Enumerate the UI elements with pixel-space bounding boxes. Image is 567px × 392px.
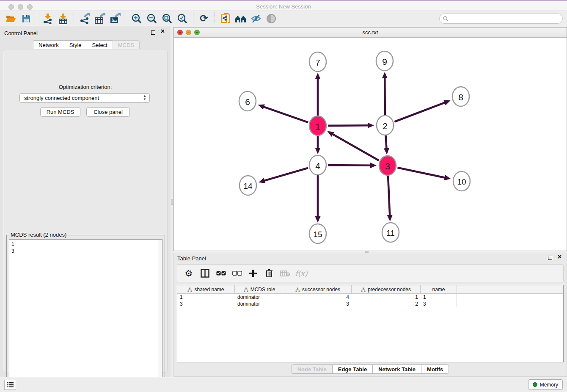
tab-edge-table[interactable]: Edge Table [332, 364, 372, 374]
control-panel-header: Control Panel × [0, 26, 171, 39]
float-panel-icon[interactable] [548, 256, 552, 260]
search-input[interactable] [451, 16, 562, 22]
vertical-splitter[interactable] [171, 26, 173, 377]
import-network-icon [42, 13, 53, 24]
fx-icon: f(x) [295, 269, 307, 278]
add-column-button[interactable] [246, 266, 260, 281]
show-all-button[interactable] [264, 12, 278, 25]
tab-network[interactable]: Network [33, 40, 64, 50]
columns-icon [201, 269, 209, 278]
table-settings-button[interactable]: ⚙ [182, 266, 196, 281]
mcds-result-title: MCDS result (2 nodes) [9, 232, 68, 238]
save-session-button[interactable] [19, 12, 33, 25]
tab-network-table[interactable]: Network Table [372, 364, 421, 374]
control-panel-title: Control Panel [4, 30, 38, 36]
tab-style[interactable]: Style [64, 40, 87, 50]
edge-2-3[interactable] [386, 135, 387, 149]
cell-successor-nodes[interactable]: 3 [284, 301, 352, 307]
open-session-button[interactable] [4, 12, 18, 25]
unselect-all-button[interactable] [230, 266, 244, 281]
export-network-button[interactable] [78, 12, 91, 25]
zoom-fit-icon [162, 13, 173, 24]
cell-mcds-role[interactable]: dominator [235, 294, 284, 301]
export-table-button[interactable] [93, 12, 107, 25]
arrowhead-3-10 [444, 175, 451, 180]
delete-table-button [278, 266, 292, 281]
node-table[interactable]: shared name MCDS role successor nodes pr… [177, 285, 564, 362]
edge-3-11[interactable] [388, 176, 390, 216]
network-view-window: × − + scc.txt 7968124314101511 [173, 27, 567, 251]
close-panel-icon[interactable]: × [161, 28, 165, 35]
run-mcds-button[interactable]: Run MCDS [40, 107, 80, 117]
edge-2-9[interactable] [385, 77, 385, 115]
cell-shared-name[interactable]: 1 [177, 294, 235, 301]
export-image-button[interactable] [108, 12, 122, 25]
node-label-9: 9 [382, 57, 387, 66]
network-file-icon [220, 13, 231, 25]
tab-select[interactable]: Select [87, 40, 113, 50]
result-scrollbar[interactable] [158, 240, 162, 392]
edge-3-10[interactable] [397, 168, 445, 178]
table-row[interactable]: 3 dominator 3 2 3 [177, 301, 563, 307]
column-mcds-role[interactable]: MCDS role [235, 285, 284, 294]
edge-1-2[interactable] [328, 125, 369, 126]
edge-3-1[interactable] [332, 134, 379, 160]
select-chevrons-icon: ▲▼ [143, 94, 146, 101]
memory-button[interactable]: Memory [528, 379, 563, 390]
cell-mcds-role[interactable]: dominator [235, 301, 284, 307]
edge-2-8[interactable] [394, 102, 445, 122]
search-box[interactable] [439, 14, 563, 24]
cell-predecessor-nodes[interactable]: 1 [352, 294, 421, 301]
network-canvas[interactable]: 7968124314101511 [174, 38, 567, 251]
column-successor-nodes[interactable]: successor nodes [284, 285, 352, 294]
cell-successor-nodes[interactable]: 4 [284, 294, 352, 301]
criterion-select[interactable]: strongly connected component ▲▼ [19, 93, 150, 103]
zoom-in-button[interactable] [130, 12, 143, 25]
tab-node-table[interactable]: Node Table [292, 364, 332, 374]
column-predecessor-nodes[interactable]: predecessor nodes [352, 285, 421, 294]
zoom-out-button[interactable] [145, 12, 159, 25]
zoom-in-icon [131, 13, 142, 24]
import-network-button[interactable] [41, 12, 55, 25]
hide-selected-button[interactable] [249, 12, 263, 25]
arrowhead-4-14 [259, 178, 265, 183]
delete-column-button[interactable] [262, 266, 276, 281]
import-table-icon [58, 13, 69, 24]
new-network-from-selection-button[interactable] [219, 12, 232, 25]
cell-shared-name[interactable]: 3 [177, 301, 235, 307]
tab-motifs[interactable]: Motifs [421, 364, 449, 374]
home-icon [234, 14, 247, 23]
arrowhead-4-3 [370, 163, 377, 168]
first-neighbors-button[interactable] [234, 12, 248, 25]
hierarchy-icon [295, 287, 300, 292]
zoom-selected-button[interactable] [176, 12, 189, 25]
import-table-button[interactable] [56, 12, 70, 25]
cell-name[interactable]: 3 [421, 301, 457, 307]
edge-1-6[interactable] [263, 107, 308, 122]
float-panel-icon[interactable] [151, 30, 155, 35]
column-view-button[interactable] [198, 266, 212, 281]
select-all-button[interactable] [214, 266, 228, 281]
function-builder-button: f(x) [294, 266, 308, 281]
refresh-button[interactable]: ⟳ [197, 12, 211, 25]
network-window-titlebar[interactable]: × − + scc.txt [174, 28, 567, 38]
column-shared-name[interactable]: shared name [177, 285, 235, 294]
close-panel-button[interactable]: Close panel [86, 107, 130, 117]
application-window: Session: New Session [0, 0, 567, 392]
cell-predecessor-nodes[interactable]: 2 [352, 301, 421, 307]
arrowhead-4-15 [315, 216, 321, 223]
task-history-button[interactable] [4, 380, 16, 390]
zoom-out-icon [146, 13, 157, 24]
table-row[interactable]: 1 dominator 4 1 1 [177, 294, 563, 301]
mcds-result-textarea[interactable]: 1 3 [9, 239, 162, 392]
cell-name[interactable]: 1 [421, 294, 457, 301]
tab-mcds[interactable]: MCDS [113, 40, 140, 50]
column-name[interactable]: name [421, 285, 457, 294]
edge-4-3[interactable] [328, 165, 371, 166]
gear-icon: ⚙ [185, 268, 193, 279]
splitter-grip[interactable] [171, 199, 173, 205]
zoom-fit-button[interactable] [160, 12, 174, 25]
status-bar: Memory [0, 377, 567, 392]
edge-4-14[interactable] [264, 168, 308, 181]
close-panel-icon[interactable]: × [558, 254, 561, 260]
